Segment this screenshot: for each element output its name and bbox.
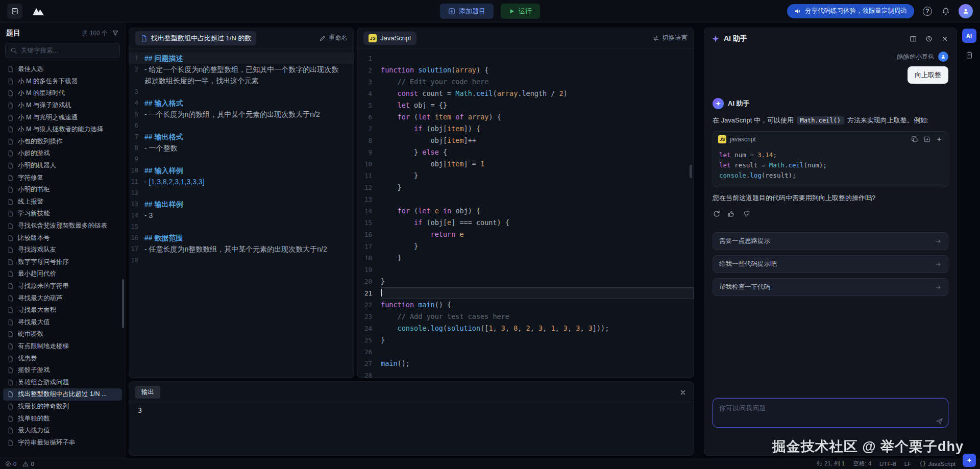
sidebar-item[interactable]: 寻找原来的字符串 [3, 280, 122, 292]
sidebar-item[interactable]: 寻找包含斐波那契数最多的链表 [3, 220, 122, 232]
code-line[interactable]: 12 } [357, 182, 694, 193]
code-line[interactable]: 17- 任意长度为n整数数组，其中某个元素的出现次数大于n/2 [129, 243, 354, 255]
code-line[interactable]: 6 [129, 120, 354, 131]
language-tab[interactable]: JS JavaScript [363, 32, 416, 45]
warnings-indicator[interactable]: 0 [22, 461, 34, 467]
notifications-button[interactable] [941, 6, 951, 16]
ai-close-button[interactable] [940, 34, 949, 43]
sidebar-item[interactable]: 小 M 与光明之魂速通 [3, 111, 122, 124]
copy-code-button[interactable] [911, 136, 918, 143]
code-line[interactable]: 10 obj[item] = 1 [357, 158, 694, 170]
code-line[interactable]: 21 [357, 287, 694, 299]
code-line[interactable]: 8 obj[item]++ [357, 135, 694, 146]
sidebar-item[interactable]: 最小趋同代价 [3, 268, 122, 280]
sidebar-scrollbar[interactable] [122, 279, 124, 328]
ai-history-button[interactable] [924, 34, 934, 43]
sidebar-item[interactable]: 小 M 与狼人拯救者的能力选择 [3, 124, 122, 136]
code-line[interactable]: 4## 输入格式 [129, 97, 354, 109]
code-line[interactable]: 14- 3 [129, 210, 354, 221]
sidebar-item[interactable]: 小 M 与弹子游戏机 [3, 100, 122, 112]
code-line[interactable]: 16## 数据范围 [129, 232, 354, 243]
sidebar-item[interactable]: 摇骰子游戏 [3, 364, 122, 377]
code-line[interactable]: 24 console.log(solution([1, 3, 8, 2, 3, … [357, 323, 694, 334]
code-line[interactable]: 1## 问题描述 [129, 53, 354, 64]
code-line[interactable]: 4 const count = Math.ceil(array.length /… [357, 88, 694, 100]
switch-language-button[interactable]: 切换语言 [652, 34, 688, 42]
code-line[interactable]: 12 [129, 187, 354, 199]
code-line[interactable]: 5 let obj = {} [357, 100, 694, 111]
floating-ai-button[interactable] [963, 454, 976, 467]
survey-button[interactable] [965, 51, 973, 59]
code-line[interactable]: 11 } [357, 170, 694, 182]
output-tab[interactable]: 输出 [135, 386, 160, 399]
code-line[interactable]: 6 for (let item of array) { [357, 111, 694, 123]
sidebar-item[interactable]: 小包的数列操作 [3, 136, 122, 148]
code-line[interactable]: 5- 一个长度为n的数组，其中某个元素的出现次数大于n/2 [129, 109, 354, 120]
sidebar-item[interactable]: 寻找最大的葫芦 [3, 292, 122, 304]
help-button[interactable]: ? [922, 6, 933, 17]
code-line[interactable]: 13## 输出样例 [129, 199, 354, 210]
language-mode[interactable]: {} JavaScript [919, 460, 955, 467]
code-line[interactable]: 10## 输入样例 [129, 165, 354, 176]
code-line[interactable]: 2function solution(array) { [357, 64, 694, 76]
code-line[interactable]: 11- [1,3,8,2,3,1,3,3,3] [129, 176, 354, 187]
sidebar-item[interactable]: 学习新技能 [3, 208, 122, 220]
thumbs-down-button[interactable] [742, 210, 750, 218]
code-line[interactable]: 8- 一个整数 [129, 142, 354, 154]
sidebar-item[interactable]: 硬币凑数 [3, 328, 122, 340]
sidebar-item[interactable]: 小超的游戏 [3, 147, 122, 160]
sidebar-item[interactable]: 小明的机器人 [3, 160, 122, 172]
code-line[interactable]: 22function main() { [357, 299, 694, 311]
code-line[interactable]: 26 [357, 346, 694, 358]
code-line[interactable]: 1 [357, 53, 694, 64]
rename-button[interactable]: 重命名 [319, 34, 348, 42]
code-line[interactable]: 9 [129, 154, 354, 165]
sidebar-item[interactable]: 找单独的数 [3, 412, 122, 425]
app-menu-button[interactable] [7, 4, 22, 19]
sidebar-item[interactable]: 比较版本号 [3, 232, 122, 244]
suggestion-chip[interactable]: 给我一些代码提示吧 [713, 255, 948, 273]
code-line[interactable]: 16 return e [357, 229, 694, 240]
code-line[interactable]: 14 for (let e in obj) { [357, 205, 694, 217]
code-line[interactable]: 19 [357, 264, 694, 276]
sidebar-item[interactable]: 字符修复 [3, 171, 122, 184]
sidebar-item[interactable]: 寻找游戏队友 [3, 244, 122, 256]
run-button[interactable]: 运行 [501, 4, 540, 19]
indent-setting[interactable]: 空格: 4 [853, 460, 871, 467]
code-line[interactable]: 18 } [357, 252, 694, 264]
cursor-position[interactable]: 行 21, 列 1 [817, 460, 845, 467]
code-line[interactable]: 15 [129, 221, 354, 232]
sidebar-item[interactable]: 找最长的神奇数列 [3, 401, 122, 413]
sidebar-item[interactable]: 数字字母问号排序 [3, 256, 122, 268]
sidebar-item[interactable]: 优惠券 [3, 352, 122, 364]
encoding[interactable]: UTF-8 [879, 461, 896, 467]
code-line[interactable]: 20} [357, 276, 694, 287]
code-line[interactable]: 17 } [357, 240, 694, 252]
user-avatar[interactable] [959, 4, 973, 18]
sidebar-item[interactable]: 寻找最大值 [3, 316, 122, 328]
sidebar-item[interactable]: 英雄组合游戏问题 [3, 376, 122, 388]
promo-badge[interactable]: 分享代码练习体验，领限量定制周边 [787, 4, 914, 18]
code-line[interactable]: 3 [129, 86, 354, 97]
ai-magic-button[interactable] [936, 136, 943, 143]
editor-scrollbar[interactable] [690, 165, 692, 178]
code-line[interactable]: 15 if (obj[e] === count) { [357, 217, 694, 229]
code-line[interactable]: 13 [357, 193, 694, 205]
marscode-logo[interactable] [28, 4, 49, 19]
sidebar-item[interactable]: 小 M 的星球时代 [3, 87, 122, 100]
ai-input[interactable] [713, 398, 948, 428]
code-line[interactable]: 7 if (obj[item]) { [357, 123, 694, 135]
sidebar-item[interactable]: 最大战力值 [3, 425, 122, 437]
sidebar-item[interactable]: 找出整型数组中占比超过 1/N ... [3, 388, 122, 401]
ai-toggle-button[interactable]: AI [962, 29, 976, 43]
code-line[interactable]: 7## 输出格式 [129, 131, 354, 142]
search-box[interactable] [5, 43, 120, 58]
code-line[interactable]: 3 // Edit your code here [357, 76, 694, 88]
sidebar-item[interactable]: 寻找最大面积 [3, 304, 122, 316]
code-line[interactable]: 28 [357, 369, 694, 378]
suggestion-chip[interactable]: 需要一点思路提示 [713, 232, 948, 250]
code-line[interactable]: 27main(); [357, 358, 694, 369]
eol-setting[interactable]: LF [904, 461, 911, 467]
output-close-button[interactable] [678, 388, 688, 397]
insert-code-button[interactable] [923, 136, 930, 143]
